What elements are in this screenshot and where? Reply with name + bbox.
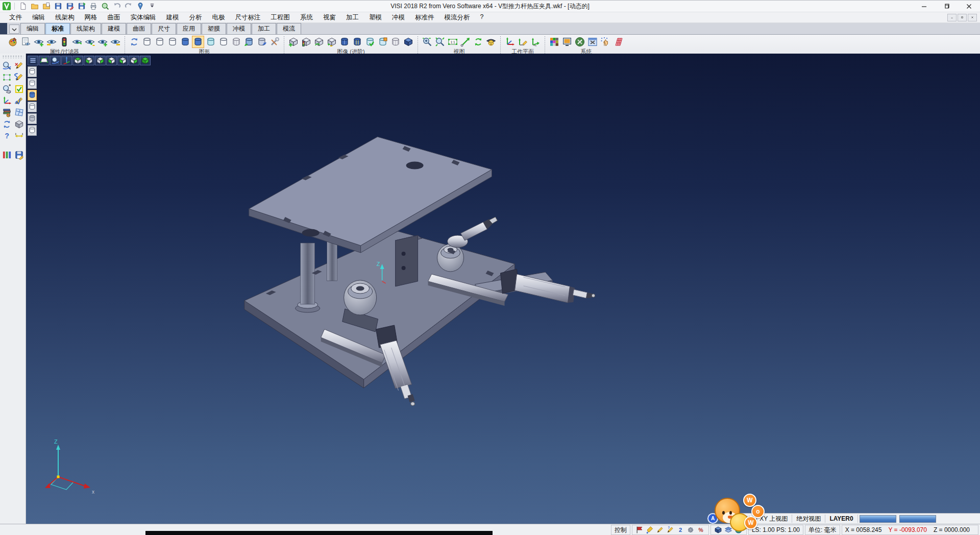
absolute-view-cell[interactable]: 绝对视图 xyxy=(792,515,825,523)
menu-item-10[interactable]: 工程图 xyxy=(266,13,296,22)
ribbon-tab-7[interactable]: 塑膜 xyxy=(202,23,226,34)
dock-zoom-swoosh-button[interactable] xyxy=(2,60,12,71)
dock-books-button[interactable] xyxy=(2,107,12,118)
dock-pencil-n-button[interactable] xyxy=(14,95,24,106)
render-mode-5-button[interactable] xyxy=(28,125,37,136)
ribbon-tab-5[interactable]: 尺寸 xyxy=(152,23,176,34)
tools-button[interactable] xyxy=(268,36,281,48)
zoom-arrows-button[interactable] xyxy=(434,36,446,48)
menu-item-2[interactable]: 线架构 xyxy=(50,13,80,22)
qat-redo-button[interactable] xyxy=(124,2,134,11)
cyl-pair-button[interactable] xyxy=(243,36,255,48)
status-percent-button[interactable]: % xyxy=(697,526,705,534)
menu-item-15[interactable]: 冲模 xyxy=(387,13,410,22)
render-mode-2-button[interactable] xyxy=(28,90,37,101)
ribbon-tab-4[interactable]: 曲面 xyxy=(127,23,151,34)
menu-item-4[interactable]: 曲面 xyxy=(103,13,126,22)
child-restore-button[interactable] xyxy=(958,14,967,21)
render-mode-0-button[interactable] xyxy=(28,66,37,77)
qat-save-as-button[interactable] xyxy=(65,2,75,11)
cyl-corner-button[interactable] xyxy=(377,36,389,48)
eye-refresh-button[interactable] xyxy=(71,36,83,48)
boxes-pm-button[interactable] xyxy=(326,36,338,48)
arrow-green-button[interactable] xyxy=(459,36,472,48)
view-cube-front-button[interactable] xyxy=(117,56,128,65)
qat-gyro-button[interactable] xyxy=(135,2,145,11)
refresh-blue-button[interactable] xyxy=(128,36,140,48)
qat-new-button[interactable] xyxy=(18,2,28,11)
view-cube-top-button[interactable] xyxy=(72,56,83,65)
boxes-refresh-button[interactable] xyxy=(313,36,325,48)
cyl-cyan-button[interactable] xyxy=(205,36,217,48)
render-mode-3-button[interactable] xyxy=(28,102,37,112)
grid-red-button[interactable] xyxy=(612,36,624,48)
ribbon-tab-9[interactable]: 加工 xyxy=(252,23,276,34)
eye-minus-button[interactable] xyxy=(45,36,58,48)
qat-preview-button[interactable] xyxy=(100,2,110,11)
dock-cube-gray-button[interactable] xyxy=(14,119,24,130)
qat-undo-button[interactable] xyxy=(112,2,122,11)
cyl-blue-button[interactable] xyxy=(179,36,191,48)
menu-item-11[interactable]: 系统 xyxy=(295,13,318,22)
palette-button[interactable] xyxy=(7,36,19,48)
status-paint-button[interactable] xyxy=(646,526,654,534)
qat-print-button[interactable] xyxy=(88,2,99,11)
axis-red-button[interactable] xyxy=(504,36,516,48)
status-pencil-button[interactable] xyxy=(656,526,665,534)
cyl-white-button[interactable] xyxy=(141,36,153,48)
status-flag-button[interactable] xyxy=(635,526,644,534)
dock-pencil-x-button[interactable] xyxy=(14,60,24,71)
minimize-button[interactable] xyxy=(913,1,935,12)
qat-open-copy-button[interactable] xyxy=(41,2,52,11)
cube-blue-button[interactable] xyxy=(402,36,414,48)
ribbon-tab-2[interactable]: 线架构 xyxy=(70,23,101,34)
menu-item-3[interactable]: 网格 xyxy=(80,13,103,22)
dock-refresh-blue-button[interactable] xyxy=(2,119,12,130)
ribbon-tab-3[interactable]: 建模 xyxy=(102,23,126,34)
status-pencil-q-button[interactable]: ? xyxy=(666,526,675,534)
qat-save-all-button[interactable] xyxy=(77,2,87,11)
dock-zoom-cube-button[interactable] xyxy=(2,84,12,94)
menu-item-9[interactable]: 尺寸标注 xyxy=(230,13,266,22)
menu-item-16[interactable]: 标准件 xyxy=(410,13,439,22)
status-gear-button[interactable] xyxy=(687,526,695,534)
axis-green-button[interactable] xyxy=(529,36,542,48)
render-mode-4-button[interactable] xyxy=(28,113,37,124)
menu-item-14[interactable]: 塑模 xyxy=(364,13,387,22)
dock-palette-bars-button[interactable] xyxy=(2,150,12,160)
ribbon-tab-10[interactable]: 模流 xyxy=(277,23,301,34)
window-tools-button[interactable] xyxy=(586,36,599,48)
axis-pencil-button[interactable] xyxy=(517,36,529,48)
child-close-button[interactable] xyxy=(968,14,977,21)
cyl-wire-button[interactable] xyxy=(389,36,402,48)
menu-item-6[interactable]: 建模 xyxy=(161,13,184,22)
ribbon-tab-6[interactable]: 应用 xyxy=(177,23,201,34)
render-mode-1-button[interactable] xyxy=(28,78,37,89)
menu-item-18[interactable]: ? xyxy=(475,13,489,22)
traffic-button[interactable] xyxy=(58,36,70,48)
menu-item-8[interactable]: 电极 xyxy=(207,13,230,22)
menu-item-1[interactable]: 编辑 xyxy=(27,13,50,22)
cyl-white-button[interactable] xyxy=(154,36,166,48)
tab-dropdown-button[interactable] xyxy=(9,25,19,34)
cyl-blue-dark-button[interactable] xyxy=(338,36,351,48)
menu-item-0[interactable]: 文件 xyxy=(4,13,27,22)
view-cube-bottom-button[interactable] xyxy=(84,56,94,65)
eye-plus2-button[interactable] xyxy=(96,36,109,48)
view-axis-triad-button[interactable] xyxy=(61,56,72,65)
color-grid-button[interactable] xyxy=(548,36,560,48)
qat-save-button[interactable] xyxy=(53,2,63,11)
status-num2-button[interactable]: 2 xyxy=(676,526,685,534)
tools-circle-button[interactable] xyxy=(574,36,586,48)
cyl-blue-button[interactable] xyxy=(192,36,204,48)
view-cube-left-button[interactable] xyxy=(106,56,117,65)
page-eye-button[interactable] xyxy=(20,36,32,48)
boxes-plus-button[interactable] xyxy=(287,36,300,48)
ribbon-tab-0[interactable]: 编辑 xyxy=(20,23,45,34)
dock-axis-red-button[interactable] xyxy=(2,95,12,106)
one2one-button[interactable]: 1:1 xyxy=(447,36,459,48)
eye-plus-button[interactable] xyxy=(33,36,45,48)
cyl-wire-button[interactable] xyxy=(230,36,242,48)
monitor-button[interactable] xyxy=(561,36,573,48)
eye-smiley-button[interactable] xyxy=(485,36,497,48)
